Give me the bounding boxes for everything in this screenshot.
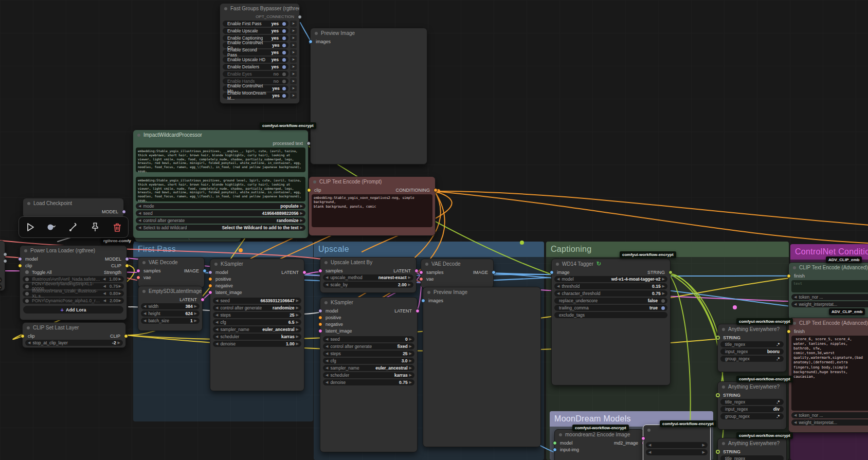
fast-mute-icon[interactable]: ➤ [290,21,297,27]
left-arrow[interactable]: ◀ [143,304,146,308]
widget-control after generate[interactable]: ◀control after generatefixed▶ [323,343,414,349]
right-arrow[interactable]: ▶ [194,311,197,316]
input-port[interactable] [421,299,425,303]
right-arrow[interactable]: ▶ [300,204,303,208]
node-title[interactable]: CLIP Set Last Layer [23,323,125,333]
output-port[interactable] [124,334,128,338]
node-title[interactable]: Anything Everywhere? [718,382,786,392]
left-arrow[interactable]: ◀ [648,443,651,447]
node-title[interactable]: Preview Image [423,287,540,297]
widget-row[interactable]: ◀schedulerkarras▶ [320,372,417,379]
output-port[interactable] [125,264,129,268]
bypass-toggle[interactable] [282,51,286,54]
input-port[interactable] [318,329,322,333]
group-first-pass-header[interactable]: First Pass [133,242,313,257]
lora-pill[interactable]: Illustrious\Hana_Uzaki_illustrious-XL.s.… [23,290,124,297]
right-arrow[interactable]: ▶ [194,304,197,308]
left-arrow[interactable]: ◀ [794,302,797,306]
widget-row[interactable]: ◀seed66339312106647▶ [210,297,304,304]
bypass-pill[interactable]: Enable Detailersyes [223,64,288,70]
bypass-toggle[interactable] [282,29,286,33]
widget-row[interactable]: input_regexdiv [718,406,786,413]
input-port[interactable] [318,316,322,320]
node-vae-decode-2[interactable]: VAE DecodesamplesIMAGEvae [421,259,494,288]
widget-row[interactable]: ◀height624▶ [138,310,202,317]
right-arrow[interactable]: ▶ [0,285,1,289]
node-upscale-latent-by[interactable]: Upscale Latent BysamplesLATENT◀upscale_m… [320,257,417,293]
node-load-checkpoint[interactable]: Load CheckpointMODEL [23,198,124,218]
widget-row[interactable]: group_regex.* [718,355,786,362]
node-edge-node[interactable]: ◀▶◀▶ [0,241,5,291]
right-arrow[interactable]: ▶ [300,218,303,223]
bypass-row[interactable]: Enable First Passyes➤ [220,20,299,27]
widget-input_regex[interactable]: input_regexbooru [720,348,784,355]
node-clip-text-encode-prompt[interactable]: CLIP Text Encode (Prompt)clipCONDITIONIN… [309,176,436,236]
input-port[interactable] [716,393,720,397]
widget-batch_size[interactable]: ◀batch_size1▶ [141,318,200,324]
widget-row[interactable]: ◀cfg6.5▶ [210,319,304,326]
widget-seed[interactable]: ◀seed66339312106647▶ [213,298,301,304]
bypass-toggle[interactable] [282,87,286,90]
widget-row[interactable]: ◀control after generaterandomize▶ [210,304,304,311]
widget-row[interactable]: replace_underscorefalse [552,297,670,304]
widget-stop_at_clip_layer[interactable]: ◀stop_at_clip_layer-2▶ [25,340,123,346]
input-port[interactable] [208,290,212,295]
widget-scale_by[interactable]: ◀scale_by2.00▶ [323,282,413,288]
widget-sampler_name[interactable]: ◀sampler_nameeuler_ancestral▶ [323,365,414,371]
input-port[interactable] [318,309,322,313]
widget-row[interactable]: ◀token_nor ...length+mean▶ [789,412,868,419]
widget-title_regex[interactable]: title_regex.* [720,341,784,347]
widget-input_regex[interactable]: input_regexdiv [720,406,784,412]
toggle-all-switch[interactable] [25,270,29,274]
right-arrow[interactable]: ▶ [296,335,299,339]
node-title[interactable] [0,241,5,251]
widget-row[interactable]: ◀▶ [643,449,710,456]
widget-row[interactable]: ◀control after generaterandomize▶ [133,217,308,224]
right-arrow[interactable]: ▶ [300,226,303,230]
left-arrow[interactable]: ◀ [557,284,559,288]
bypass-toggle[interactable] [282,94,286,98]
input-port[interactable] [641,436,645,440]
widget-blank[interactable]: ◀▶ [0,284,2,290]
widget-row[interactable]: ◀threshold0.15▶ [552,283,670,290]
text-area[interactable]: embedding:Stable_yogis_illustrious_posit… [136,177,305,201]
output-port[interactable] [201,298,205,302]
widget-row[interactable]: ◀steps25▶ [320,350,417,357]
text-area[interactable]: embedding:Stable_yogis_illustrious_posit… [136,148,305,172]
output-port[interactable] [298,15,302,19]
left-arrow[interactable]: ◀ [215,299,218,303]
right-arrow[interactable]: ▶ [296,299,299,303]
right-arrow[interactable]: ▶ [296,306,299,310]
right-arrow[interactable]: ▶ [408,275,411,280]
node-title[interactable]: Anything Everywhere? [718,324,786,334]
widget-row[interactable]: ◀upscale_methodnearest-exact▶ [320,274,416,281]
widget-token_nor ...[interactable]: ◀token_nor ...length+mean▶ [791,412,868,418]
bypass-pill[interactable]: Enable Upscaleyes [223,28,288,34]
toggle-switch[interactable] [661,306,665,310]
bypass-pill[interactable]: Enable Upscale HDyes [223,57,288,63]
widget-exclude_tags[interactable]: exclude_tags [554,312,667,318]
text-area[interactable]: text [791,280,868,292]
right-arrow[interactable]: ▶ [409,359,412,363]
right-arrow[interactable]: ▶ [409,352,412,356]
widget-seed[interactable]: ◀seed0▶ [323,336,414,342]
increment-arrow[interactable]: ▶ [119,284,121,288]
widget-row[interactable]: ◀batch_size1▶ [138,317,202,324]
fast-mute-icon[interactable]: ➤ [290,78,297,84]
right-arrow[interactable]: ▶ [409,373,412,377]
right-arrow[interactable]: ▶ [409,380,412,384]
input-port[interactable] [208,284,212,288]
left-arrow[interactable]: ◀ [326,337,328,341]
widget-mode[interactable]: ◀modepopulate▶ [136,203,305,209]
toggle-widget-replace_underscore[interactable]: replace_underscorefalse [554,298,667,304]
widget-blank[interactable]: ◀▶ [0,277,2,283]
input-port[interactable] [309,40,313,44]
left-arrow[interactable]: ◀ [326,344,328,348]
left-arrow[interactable]: ◀ [648,450,651,454]
left-arrow[interactable]: ◀ [143,311,146,316]
right-arrow[interactable]: ▶ [296,342,299,346]
fast-mute-icon[interactable]: ➤ [290,71,297,77]
left-arrow[interactable]: ◀ [326,352,328,356]
widget-row[interactable]: ◀sampler_nameeuler_ancestral▶ [210,326,304,333]
left-arrow[interactable]: ◀ [138,211,141,215]
